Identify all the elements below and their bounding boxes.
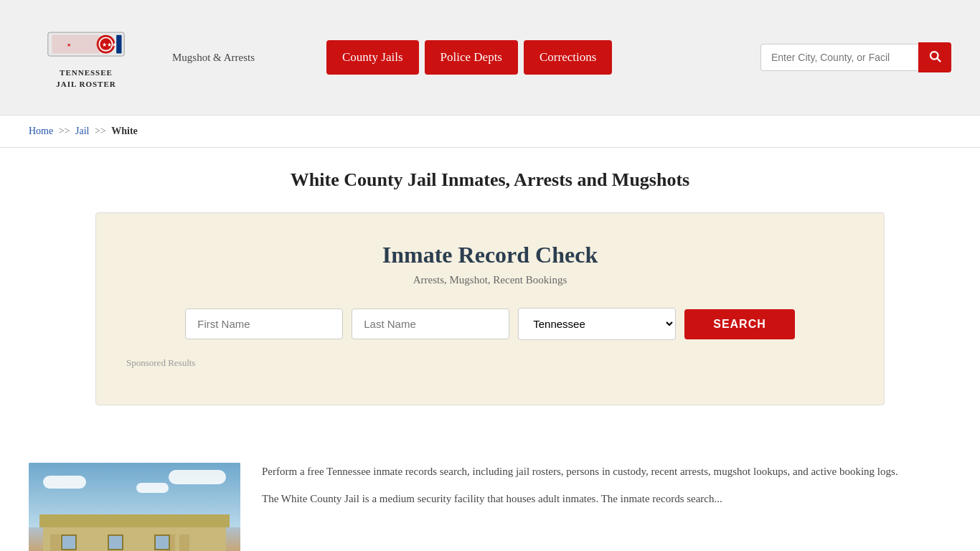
page-title: White County Jail Inmates, Arrests and M… — [29, 169, 951, 191]
first-name-input[interactable] — [185, 309, 343, 339]
header-search-input[interactable] — [760, 44, 918, 71]
breadcrumb: Home >> Jail >> White — [29, 126, 951, 137]
svg-text:★: ★ — [67, 42, 71, 48]
description-para1: Perform a free Tennessee inmate records … — [262, 463, 951, 481]
county-jails-button[interactable]: County Jails — [326, 40, 419, 75]
site-header: ★★★ ★ TENNESSEE JAIL ROSTER Mugshot & Ar… — [0, 0, 980, 115]
record-check-subtitle: Arrests, Mugshot, Recent Bookings — [125, 274, 855, 286]
police-depts-button[interactable]: Police Depts — [425, 40, 518, 75]
courthouse-image — [29, 463, 240, 551]
sponsored-label: Sponsored Results — [125, 357, 855, 369]
main-content: White County Jail Inmates, Arrests and M… — [0, 148, 980, 448]
logo-text: TENNESSEE JAIL ROSTER — [56, 67, 116, 90]
svg-rect-4 — [116, 35, 121, 54]
record-check-title: Inmate Record Check — [125, 242, 855, 268]
tn-state-shape-icon: ★★★ ★ — [47, 25, 126, 65]
breadcrumb-bar: Home >> Jail >> White — [0, 115, 980, 148]
inmate-search-form: Tennessee Alabama Alaska Arizona Arkansa… — [125, 308, 855, 340]
nav-buttons: County Jails Police Depts Corrections — [326, 40, 612, 75]
breadcrumb-sep1: >> — [59, 126, 70, 136]
svg-line-7 — [937, 58, 940, 61]
last-name-input[interactable] — [352, 309, 509, 339]
breadcrumb-jail[interactable]: Jail — [75, 126, 89, 136]
inmate-search-button[interactable]: SEARCH — [684, 309, 795, 339]
state-select[interactable]: Tennessee Alabama Alaska Arizona Arkansa… — [518, 308, 676, 340]
breadcrumb-current: White — [111, 126, 138, 136]
header-search-button[interactable] — [918, 42, 951, 72]
bottom-section: Perform a free Tennessee inmate records … — [0, 448, 980, 551]
breadcrumb-sep2: >> — [95, 126, 106, 136]
description-text: Perform a free Tennessee inmate records … — [262, 463, 951, 551]
description-para2: The White County Jail is a medium securi… — [262, 490, 951, 509]
svg-text:★★★: ★★★ — [102, 42, 117, 48]
header-search — [760, 42, 951, 72]
search-icon — [928, 50, 941, 62]
mugshot-arrests-link[interactable]: Mugshot & Arrests — [172, 52, 255, 64]
corrections-button[interactable]: Corrections — [524, 40, 612, 75]
site-logo[interactable]: ★★★ ★ TENNESSEE JAIL ROSTER — [29, 25, 143, 90]
record-check-box: Inmate Record Check Arrests, Mugshot, Re… — [95, 212, 885, 405]
breadcrumb-home[interactable]: Home — [29, 126, 53, 136]
